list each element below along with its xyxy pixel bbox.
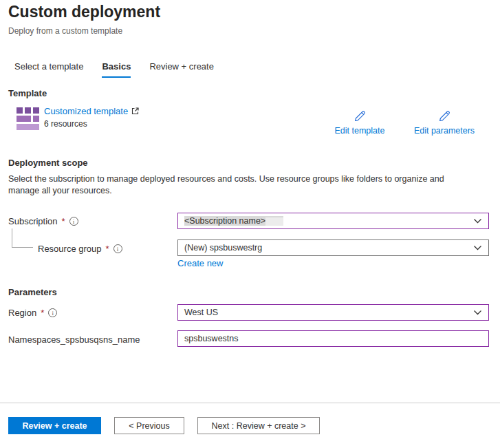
subscription-dropdown[interactable]: <Subscription name> — [177, 213, 489, 229]
namespace-name-input[interactable] — [177, 330, 489, 347]
tab-bar: Select a template Basics Review + create — [14, 61, 214, 78]
region-label: Region * i — [8, 308, 57, 318]
edit-template-label: Edit template — [335, 126, 385, 136]
footer-separator — [0, 403, 500, 403]
edit-parameters-button[interactable]: Edit parameters — [404, 109, 484, 136]
subscription-label: Subscription * i — [8, 216, 78, 226]
pencil-icon — [437, 109, 451, 123]
next-review-create-button[interactable]: Next : Review + create > — [197, 417, 320, 434]
chevron-down-icon — [473, 218, 482, 224]
subscription-value: <Subscription name> — [184, 216, 283, 226]
create-new-link[interactable]: Create new — [177, 258, 223, 268]
pencil-icon — [353, 109, 367, 123]
namespace-name-label: Namespaces_spsbusqsns_name — [8, 334, 140, 345]
page-subtitle: Deploy from a custom template — [8, 26, 122, 36]
resource-group-label: Resource group * i — [38, 244, 122, 254]
parameters-heading: Parameters — [8, 287, 57, 297]
scope-connector-line — [12, 228, 33, 248]
tab-basics[interactable]: Basics — [102, 61, 131, 78]
required-asterisk: * — [106, 244, 109, 254]
info-icon[interactable]: i — [113, 244, 122, 253]
info-icon[interactable]: i — [69, 217, 78, 226]
region-value: West US — [184, 308, 218, 317]
required-asterisk: * — [41, 308, 44, 318]
template-resource-grid-icon — [17, 107, 39, 130]
page-title: Custom deployment — [8, 3, 160, 21]
edit-parameters-label: Edit parameters — [414, 126, 475, 136]
template-resource-count: 6 resources — [44, 119, 87, 129]
resource-group-value: (New) spsbuswestrg — [184, 243, 262, 253]
custom-deployment-page: Custom deployment Deploy from a custom t… — [0, 0, 500, 448]
deployment-scope-description: Select the subscription to manage deploy… — [8, 173, 472, 197]
required-asterisk: * — [62, 216, 65, 226]
info-icon[interactable]: i — [48, 308, 57, 317]
edit-template-button[interactable]: Edit template — [320, 109, 400, 136]
review-create-button[interactable]: Review + create — [8, 417, 101, 434]
chevron-down-icon — [473, 245, 482, 251]
chevron-down-icon — [473, 310, 482, 316]
tab-select-a-template[interactable]: Select a template — [14, 61, 83, 78]
previous-button[interactable]: < Previous — [114, 417, 184, 434]
external-link-icon — [131, 107, 139, 115]
template-section-heading: Template — [8, 88, 47, 98]
region-dropdown[interactable]: West US — [177, 304, 489, 321]
tab-review-create[interactable]: Review + create — [149, 61, 214, 78]
deployment-scope-heading: Deployment scope — [8, 158, 88, 168]
customized-template-link-label: Customized template — [44, 106, 128, 116]
resource-group-dropdown[interactable]: (New) spsbuswestrg — [177, 239, 489, 256]
customized-template-link[interactable]: Customized template — [44, 106, 139, 116]
